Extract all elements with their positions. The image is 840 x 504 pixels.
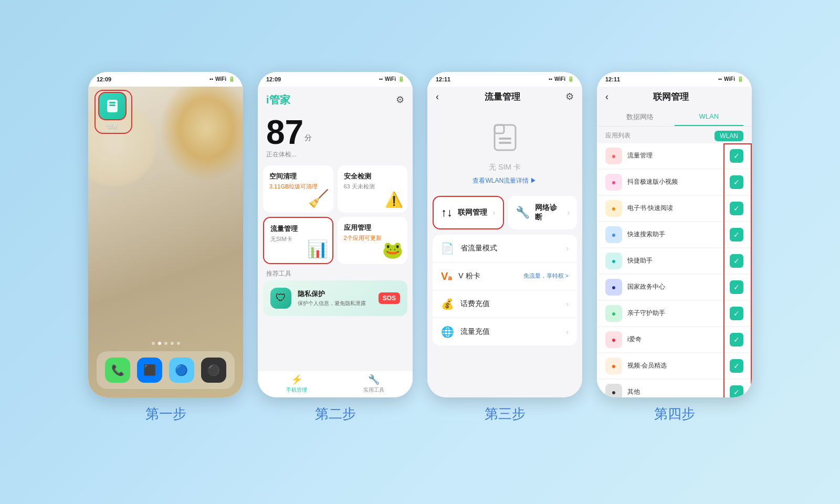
recommend-card[interactable]: 🛡 隐私保护 保护个人信息，避免隐私泄露 SOS	[263, 280, 407, 316]
recommend-label: 推荐工具	[258, 264, 413, 280]
privacy-title: 隐私保护	[298, 289, 366, 299]
bat4: 🔋	[737, 76, 743, 82]
card-network-diag[interactable]: 🔧 网络诊断 ›	[508, 196, 578, 229]
card-security-icon: ⚠️	[385, 191, 403, 208]
s4-apps-wrapper: ● 流量管理 ✓ ● 抖音极速版小视频 ✓ ● 电子书·快速阅读 ✓ ● 快速搜…	[597, 143, 752, 397]
card-apps-title: 应用管理	[344, 223, 402, 233]
app-check-6[interactable]: ✓	[730, 307, 743, 320]
app-icon-0: ●	[605, 148, 622, 164]
home-screen-bg: 管家 📞 ⬛ 🔵 ⚫	[88, 87, 243, 397]
step-4: 12:11 ▪▪ WiFi 🔋 ‹ 联网管理 数据网络 WLAN	[597, 72, 752, 423]
app-check-2[interactable]: ✓	[730, 202, 743, 215]
card-apps[interactable]: 应用管理 2个应用可更新 🐸	[338, 217, 408, 264]
s3-card-row: ↑↓ 联网管理 › 🔧 网络诊断 ›	[427, 191, 582, 235]
page-dots	[88, 342, 243, 345]
card-space[interactable]: 空间清理 3.11GB垃圾可清理 🧹	[263, 165, 333, 213]
dock-camera[interactable]: ⚫	[201, 358, 226, 383]
tab-wlan[interactable]: WLAN	[675, 107, 744, 126]
settings-icon[interactable]: ⚙	[396, 94, 404, 106]
list-item-data-topup[interactable]: 🌐 流量充值 ›	[433, 318, 577, 345]
app-icon-1: ●	[605, 174, 622, 191]
app-name-4: 快捷助手	[627, 256, 730, 265]
card-security[interactable]: 安全检测 63 天未检测 ⚠️	[338, 165, 408, 213]
app-check-8[interactable]: ✓	[730, 359, 743, 373]
wlan-col-label: WLAN	[715, 131, 743, 141]
card-traffic-title: 流量管理	[270, 224, 326, 234]
step-2: 12:09 ▪▪ WiFi 🔋 i管家 ⚙ 87分	[258, 72, 413, 423]
app-row-9[interactable]: ● 其他 ✓	[597, 380, 752, 397]
vcard-sub: 免流量，享特权 >	[523, 272, 569, 280]
time-2: 12:09	[266, 76, 281, 82]
back-button-4[interactable]: ‹	[605, 91, 608, 102]
app-list-label: 应用列表	[605, 131, 712, 140]
app-name-2: 电子书·快速阅读	[627, 204, 730, 213]
network-diag-arrow: ›	[567, 208, 570, 217]
sim-section: 无 SIM 卡 查看WLAN流量详情 ▶	[427, 107, 582, 191]
app-row-6[interactable]: ● 亲子守护助手 ✓	[597, 301, 752, 326]
dot-1	[152, 342, 155, 345]
app-check-9[interactable]: ✓	[730, 385, 743, 397]
nav-phone-manage[interactable]: ⚡ 手机管理	[258, 371, 335, 397]
time-1: 12:09	[97, 76, 111, 82]
status-icons-3: ▪▪ WiFi 🔋	[549, 76, 574, 82]
app-row-2[interactable]: ● 电子书·快速阅读 ✓	[597, 196, 752, 221]
app-check-4[interactable]: ✓	[730, 254, 743, 268]
app-check-1[interactable]: ✓	[730, 175, 743, 189]
dot-3	[164, 342, 167, 345]
wifi4: WiFi	[724, 76, 735, 82]
bottom-nav: ⚡ 手机管理 🔧 实用工具	[258, 370, 413, 397]
topup-label: 话费充值	[460, 299, 560, 309]
card-network-mgmt[interactable]: ↑↓ 联网管理 ›	[433, 196, 504, 229]
tab-data-network[interactable]: 数据网络	[605, 107, 675, 126]
app-row-7[interactable]: ● i爱奇 ✓	[597, 327, 752, 352]
app-row-1[interactable]: ● 抖音极速版小视频 ✓	[597, 170, 752, 195]
app-check-3[interactable]: ✓	[730, 228, 743, 242]
save-mode-icon: 📄	[441, 242, 454, 255]
nav-tools-label: 实用工具	[363, 386, 384, 394]
app-row-0[interactable]: ● 流量管理 ✓	[597, 143, 752, 169]
wlan-link[interactable]: 查看WLAN流量详情 ▶	[472, 176, 537, 185]
phone-screen-1: 12:09 ▪▪ WiFi 🔋	[88, 72, 243, 397]
vcard-icon: Vₐ	[441, 270, 452, 282]
app-row-4[interactable]: ● 快捷助手 ✓	[597, 248, 752, 274]
data-topup-arrow: ›	[566, 328, 569, 336]
card-traffic[interactable]: 流量管理 无SIM卡 📊	[263, 217, 333, 264]
back-button-3[interactable]: ‹	[436, 91, 439, 102]
score-section: 87分 正在体检...	[258, 111, 413, 165]
score-unit: 分	[304, 133, 312, 142]
nav-phone-icon: ⚡	[291, 374, 302, 385]
dock-app2[interactable]: ⬛	[137, 358, 162, 383]
app-icon-6: ●	[605, 305, 622, 322]
network-mgmt-arrow: ›	[493, 208, 496, 217]
app-check-7[interactable]: ✓	[730, 333, 743, 346]
network-mgmt-icon: ↑↓	[441, 206, 453, 219]
dock-app3[interactable]: 🔵	[169, 358, 194, 383]
settings-icon-3[interactable]: ⚙	[565, 91, 574, 102]
no-sim-text: 无 SIM 卡	[489, 163, 521, 172]
iguanjia-header: i管家 ⚙	[258, 87, 413, 111]
sos-badge: SOS	[379, 292, 400, 304]
app-icon-4: ●	[605, 253, 622, 269]
app-name-0: 流量管理	[627, 151, 730, 160]
title-rest: 管家	[269, 94, 290, 106]
phone-screen-3: 12:11 ▪▪ WiFi 🔋 ‹ 流量管理 ⚙	[427, 72, 582, 397]
time-4: 12:11	[605, 76, 620, 82]
list-item-save-mode[interactable]: 📄 省流量模式 ›	[433, 235, 577, 262]
s3-title: 流量管理	[485, 91, 520, 103]
list-item-vcard[interactable]: Vₐ V 粉卡 免流量，享特权 >	[433, 262, 577, 290]
app-name-3: 快速搜索助手	[627, 230, 730, 239]
dock-phone[interactable]: 📞	[105, 358, 130, 383]
list-item-topup[interactable]: 💰 话费充值 ›	[433, 290, 577, 318]
app-check-5[interactable]: ✓	[730, 280, 743, 294]
highlight-box-iguanjia	[94, 90, 132, 134]
app-row-3[interactable]: ● 快速搜索助手 ✓	[597, 222, 752, 247]
app-check-0[interactable]: ✓	[730, 149, 743, 163]
bat3: 🔋	[568, 76, 574, 82]
app-row-8[interactable]: ● 视频·会员精选 ✓	[597, 353, 752, 379]
app-row-5[interactable]: ● 国家政务中心 ✓	[597, 275, 752, 300]
nav-tools[interactable]: 🔧 实用工具	[335, 371, 413, 397]
status-bar-2: 12:09 ▪▪ WiFi 🔋	[258, 72, 413, 87]
nav-tools-icon: 🔧	[368, 374, 380, 385]
nav-phone-label: 手机管理	[286, 386, 307, 394]
app-name-9: 其他	[627, 387, 730, 396]
